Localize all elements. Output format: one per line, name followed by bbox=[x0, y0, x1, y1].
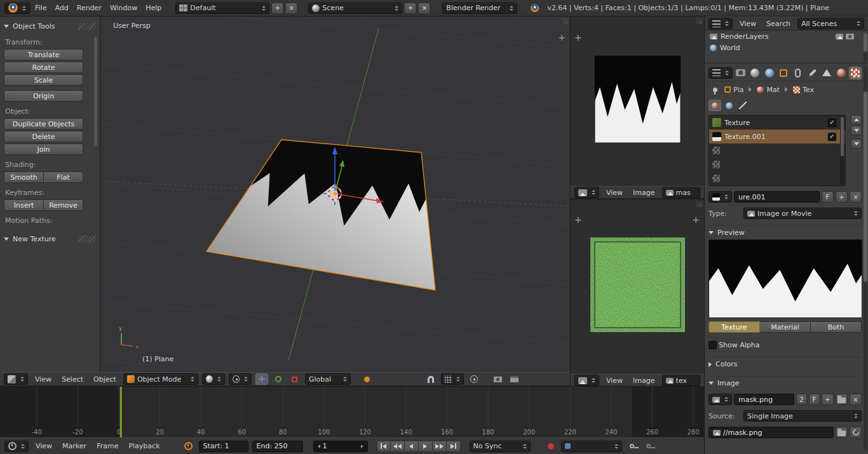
uv-canvas-bottom[interactable]: + + bbox=[571, 199, 704, 374]
new-image-button[interactable]: + bbox=[822, 394, 834, 405]
image-datablock-dropdown[interactable]: mas bbox=[662, 187, 700, 198]
menu-window[interactable]: Window bbox=[107, 4, 140, 12]
tab-modifiers[interactable] bbox=[806, 67, 819, 79]
breadcrumb-object[interactable]: Pla bbox=[724, 86, 743, 94]
origin-button[interactable]: Origin bbox=[4, 90, 83, 102]
texture-slot-3[interactable] bbox=[709, 157, 845, 171]
menu-view[interactable]: View bbox=[32, 375, 55, 384]
region-expand-icon[interactable]: + bbox=[574, 33, 582, 42]
snap-element-dropdown[interactable] bbox=[441, 373, 464, 385]
tab-object-data[interactable] bbox=[820, 67, 833, 79]
opengl-render-icon[interactable] bbox=[492, 373, 505, 385]
preview-texture-toggle[interactable]: Texture bbox=[709, 321, 760, 333]
timeline-track[interactable]: -40-200204060801001201401601802002202402… bbox=[0, 386, 704, 437]
menu-frame[interactable]: Frame bbox=[93, 442, 121, 450]
image-filepath-field[interactable]: //mask.png bbox=[709, 427, 834, 438]
proportional-edit-icon[interactable] bbox=[361, 373, 374, 385]
tab-render[interactable] bbox=[735, 67, 747, 79]
texture-context-world-icon[interactable] bbox=[722, 100, 735, 111]
slot-specials-menu-button[interactable] bbox=[851, 139, 862, 149]
pivot-dropdown[interactable] bbox=[229, 373, 252, 385]
manipulator-scale-icon[interactable] bbox=[288, 373, 301, 385]
rotate-button[interactable]: Rotate bbox=[4, 62, 83, 73]
auto-keyframe-record-icon[interactable] bbox=[545, 441, 557, 452]
preview-range-icon[interactable] bbox=[182, 441, 195, 452]
tab-scene[interactable] bbox=[749, 67, 762, 79]
tab-material[interactable] bbox=[835, 67, 848, 79]
tool-shelf-scrollbar[interactable] bbox=[94, 37, 97, 146]
orientation-dropdown[interactable]: Global bbox=[305, 373, 351, 385]
manipulator-rotate-icon[interactable] bbox=[272, 373, 285, 385]
object-tools-panel-header[interactable]: Object Tools bbox=[4, 20, 96, 32]
viewport-shading-dropdown[interactable] bbox=[202, 373, 225, 385]
editor-type-dropdown[interactable] bbox=[574, 375, 599, 386]
image-fake-user-button[interactable]: F bbox=[809, 394, 820, 405]
texture-slot-1-selected[interactable]: Texture.001 bbox=[709, 130, 845, 144]
open-image-button[interactable] bbox=[836, 394, 848, 405]
delete-scene-button[interactable]: × bbox=[418, 3, 430, 14]
breadcrumb-material[interactable]: Mat bbox=[757, 86, 780, 94]
menu-image[interactable]: Image bbox=[630, 377, 658, 385]
uv-canvas-top[interactable]: + bbox=[571, 17, 704, 186]
fake-user-button[interactable]: F bbox=[822, 191, 834, 203]
texture-context-material-icon[interactable] bbox=[709, 100, 721, 111]
play-button[interactable] bbox=[419, 441, 433, 452]
area-corner-grip[interactable] bbox=[696, 18, 702, 24]
preview-both-toggle[interactable]: Both bbox=[811, 321, 862, 333]
image-browse-dropdown[interactable] bbox=[709, 394, 732, 405]
pin-icon[interactable] bbox=[709, 84, 721, 95]
opengl-render-anim-icon[interactable] bbox=[508, 373, 521, 385]
outliner-row-world[interactable]: World bbox=[705, 42, 868, 53]
editor-type-dropdown[interactable] bbox=[709, 18, 733, 29]
colors-panel-header[interactable]: Colors bbox=[709, 357, 862, 371]
image-name-field[interactable]: mask.png bbox=[734, 394, 794, 405]
snap-target-icon[interactable] bbox=[468, 373, 480, 385]
new-texture-button[interactable]: + bbox=[836, 191, 848, 203]
texture-enabled-checkbox[interactable] bbox=[828, 133, 836, 141]
remove-keyframe-button[interactable]: Remove bbox=[44, 199, 83, 211]
current-frame-field[interactable]: 1 bbox=[313, 441, 368, 452]
jump-to-start-button[interactable] bbox=[377, 441, 391, 452]
area-corner-grip[interactable] bbox=[562, 18, 568, 24]
flat-button[interactable]: Flat bbox=[44, 171, 83, 183]
outliner-scope-dropdown[interactable]: All Scenes bbox=[797, 18, 864, 29]
panel-drag-hatch[interactable] bbox=[78, 23, 96, 30]
preview-panel-header[interactable]: Preview bbox=[709, 225, 862, 239]
restrict-render-icon[interactable] bbox=[836, 34, 843, 39]
smooth-button[interactable]: Smooth bbox=[4, 171, 44, 183]
jump-to-end-button[interactable] bbox=[447, 441, 461, 452]
join-button[interactable]: Join bbox=[4, 144, 83, 155]
start-frame-field[interactable]: Start: 1 bbox=[199, 441, 248, 452]
menu-view[interactable]: View bbox=[603, 377, 626, 385]
outliner-row-renderlayers[interactable]: RenderLayers bbox=[705, 30, 868, 42]
mode-dropdown[interactable]: Object Mode bbox=[123, 373, 198, 385]
screen-layout-dropdown[interactable]: Default bbox=[175, 3, 269, 14]
texture-type-dropdown[interactable]: Image or Movie bbox=[743, 208, 862, 219]
add-scene-button[interactable]: + bbox=[404, 3, 416, 14]
keying-set-dropdown[interactable] bbox=[561, 441, 622, 452]
image-datablock-dropdown[interactable]: tex bbox=[662, 375, 700, 386]
menu-view[interactable]: View bbox=[736, 20, 759, 28]
texture-slot-2[interactable] bbox=[709, 144, 845, 157]
editor-type-dropdown[interactable] bbox=[4, 441, 29, 452]
menu-select[interactable]: Select bbox=[58, 375, 86, 384]
menu-view[interactable]: View bbox=[603, 189, 626, 197]
scene-dropdown[interactable]: Scene bbox=[308, 3, 402, 14]
texture-context-brush-icon[interactable] bbox=[736, 100, 749, 111]
unlink-image-button[interactable]: × bbox=[850, 394, 862, 405]
restrict-camera-icon[interactable] bbox=[846, 34, 854, 39]
sync-mode-dropdown[interactable]: No Sync bbox=[470, 441, 531, 452]
play-reverse-button[interactable] bbox=[405, 441, 419, 452]
previous-keyframe-button[interactable] bbox=[391, 441, 405, 452]
insert-keyframe-button[interactable]: Insert bbox=[4, 199, 44, 211]
properties-scrollbar[interactable] bbox=[864, 66, 867, 451]
add-screen-layout-button[interactable]: + bbox=[271, 3, 283, 14]
move-slot-up-button[interactable] bbox=[851, 115, 862, 124]
new-texture-panel-header[interactable]: New Texture bbox=[4, 232, 96, 245]
next-keyframe-button[interactable] bbox=[433, 441, 447, 452]
menu-help[interactable]: Help bbox=[142, 4, 165, 12]
image-users-button[interactable]: 2 bbox=[796, 394, 807, 405]
texture-browse-dropdown[interactable] bbox=[709, 191, 732, 203]
delete-button[interactable]: Delete bbox=[4, 131, 83, 142]
menu-marker[interactable]: Marker bbox=[59, 442, 90, 450]
